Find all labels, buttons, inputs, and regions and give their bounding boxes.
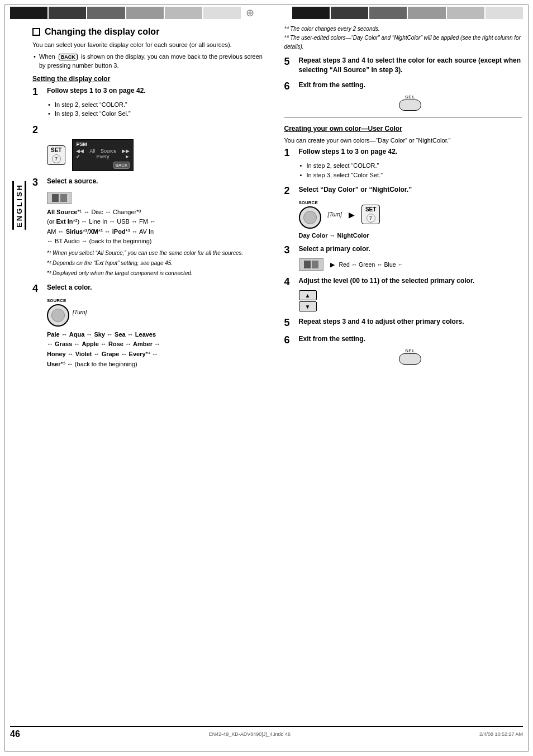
- sel-button-1[interactable]: SEL: [299, 94, 522, 111]
- cr-step-6-label: Exit from the setting.: [299, 334, 365, 344]
- color-bar-r4: [408, 7, 445, 19]
- sidebar-label: ENGLISH: [12, 181, 26, 230]
- cr-turn-label: [Turn]: [328, 211, 342, 218]
- step-1-number: 1: [32, 86, 44, 98]
- step-3-knob: [47, 192, 270, 204]
- psm-all: All: [89, 148, 95, 154]
- cr-step-2-controls: SOURCE [Turn] ▶ SET 7: [299, 200, 522, 229]
- right-step-5-header: 5 Repeat steps 3 and 4 to select the col…: [284, 56, 522, 75]
- footnote-1: *¹ When you select “All Source,” you can…: [47, 249, 270, 257]
- footer-file: EN42-49_KD-ADV8490[J]_4.indd 46: [209, 731, 291, 737]
- step-4-number: 4: [32, 283, 44, 295]
- bullet-back: When BACK is shown on the display, you c…: [32, 52, 270, 70]
- footnote-2: *² Depends on the “Ext Input” setting, s…: [47, 259, 270, 267]
- bottom-bar: 46 EN42-49_KD-ADV8490[J]_4.indd 46 2/4/0…: [10, 726, 523, 739]
- psm-arrow-right: ►: [125, 154, 130, 159]
- primary-sq-1: [304, 261, 311, 268]
- cr-step-5-number: 5: [284, 317, 296, 329]
- day-color-label: Day Color: [299, 232, 328, 239]
- color-bar-r2: [331, 7, 368, 19]
- cr-step-6: 6 Exit from the setting. SEL: [284, 334, 522, 365]
- primary-color-display: [299, 258, 323, 271]
- psm-next-icon: ▶▶: [122, 148, 130, 154]
- cr-source-label: SOURCE: [299, 200, 321, 205]
- cr-set-button[interactable]: SET 7: [361, 205, 380, 224]
- heading-box-icon: [32, 28, 40, 36]
- step-4-label: Select a color.: [47, 283, 92, 292]
- cr-step-1-header: 1 Follow steps 1 to 3 on page 42.: [284, 147, 522, 159]
- flow-all-source: All Source: [47, 209, 77, 215]
- step-3-flow: All Source*¹ ↔ Disc ↔ Changer*³ (or Ext …: [47, 207, 270, 247]
- sel-button-2[interactable]: SEL: [299, 348, 522, 365]
- color-bar-r3: [369, 7, 407, 19]
- main-heading-container: Changing the display color: [32, 27, 270, 37]
- psm-row: ◀◀ All Source ▶▶: [76, 148, 130, 154]
- create-body: You can create your own colors—“Day Colo…: [284, 136, 522, 145]
- step-3-number: 3: [32, 177, 44, 188]
- sub-heading: Setting the display color: [32, 75, 270, 83]
- source-knob[interactable]: [47, 304, 69, 327]
- cr-knob-inner: [303, 211, 317, 224]
- set-button-label: SET: [51, 147, 61, 153]
- sel-label-2: SEL: [405, 348, 416, 353]
- psm-row2: ✔ Every ►: [76, 154, 130, 159]
- cr-step-5: 5 Repeat steps 3 and 4 to adjust other p…: [284, 317, 522, 329]
- page-number: 46: [10, 729, 20, 739]
- color-bar-6: [203, 7, 241, 19]
- cr-step-4: 4 Adjust the level (00 to 11) of the sel…: [284, 276, 522, 311]
- left-column: Changing the display color You can selec…: [27, 25, 279, 375]
- color-bar-4: [126, 7, 164, 19]
- cr-step-5-header: 5 Repeat steps 3 and 4 to adjust other p…: [284, 317, 522, 329]
- set-button[interactable]: SET 7: [47, 145, 65, 165]
- source-display: [47, 192, 72, 204]
- step-3: 3 Select a source. All Source*¹ ↔ Disc ↔…: [32, 177, 270, 277]
- color-bar-r1: [292, 7, 330, 19]
- step-1-header: 1 Follow steps 1 to 3 on page 42.: [32, 86, 270, 98]
- cr-step-3: 3 Select a primary color. ▶ Red ↔ Green …: [284, 244, 522, 271]
- right-step-6: 6 Exit from the setting. SEL: [284, 81, 522, 111]
- cr-step-1-content: In step 2, select “COLOR.” In step 3, se…: [299, 161, 522, 179]
- bullet-back-before: When: [39, 53, 55, 60]
- cr-step-3-label: Select a primary color.: [299, 244, 370, 254]
- footnote-3: *³ Displayed only when the target compon…: [47, 269, 270, 277]
- primary-sq-2: [312, 261, 318, 268]
- color-bar-5: [165, 7, 202, 19]
- step-1-label: Follow steps 1 to 3 on page 42.: [47, 86, 146, 96]
- cr-step-4-number: 4: [284, 276, 296, 288]
- cr-set-button-num: 7: [367, 214, 375, 223]
- psm-display: PSM ◀◀ All Source ▶▶ ✔ Every ► BACK: [72, 139, 134, 171]
- set-button-num: 7: [52, 154, 61, 163]
- knob-inner: [51, 309, 65, 322]
- display-right: [60, 194, 67, 202]
- cr-step-3-number: 3: [284, 244, 296, 256]
- source-label-top: SOURCE: [47, 298, 69, 303]
- primary-color-arrow: ▶: [330, 261, 335, 268]
- color-bar-1: [10, 7, 47, 19]
- up-button[interactable]: ▲: [299, 290, 317, 300]
- down-button[interactable]: ▼: [299, 301, 317, 311]
- right-column: *⁴ The color changes every 2 seconds. *⁵…: [279, 25, 522, 375]
- step-1: 1 Follow steps 1 to 3 on page 42. In ste…: [32, 86, 270, 119]
- cr-step-1-number: 1: [284, 147, 296, 159]
- step-2-header: 2: [32, 124, 270, 136]
- color-bar-3: [87, 7, 125, 19]
- cr-step-6-number: 6: [284, 334, 296, 346]
- night-color-label: NightColor: [337, 232, 369, 239]
- psm-check: ✔: [76, 154, 80, 159]
- step-1-sub2: In step 3, select “Color Sel.”: [47, 109, 270, 119]
- cr-step-5-label: Repeat steps 3 and 4 to adjust other pri…: [299, 317, 464, 327]
- step-4-knob: SOURCE [Turn]: [47, 298, 270, 327]
- knob-outer: SOURCE: [47, 298, 69, 327]
- section-divider: [284, 117, 522, 118]
- turn-label: [Turn]: [73, 309, 87, 315]
- cr-step-2-label: Select “Day Color” or “NightColor.”: [299, 185, 412, 195]
- cr-step-4-label: Adjust the level (00 to 11) of the selec…: [299, 276, 475, 286]
- sel-oval-1: [399, 100, 421, 111]
- psm-title: PSM: [76, 141, 130, 147]
- cr-step-1: 1 Follow steps 1 to 3 on page 42. In ste…: [284, 147, 522, 179]
- sel-oval-2: [399, 353, 421, 365]
- day-night-flow: Day Color ↔ NightColor: [299, 232, 522, 239]
- cr-source-knob[interactable]: [299, 206, 321, 229]
- cr-step-2-header: 2 Select “Day Color” or “NightColor.”: [284, 185, 522, 197]
- back-btn-psm[interactable]: BACK: [113, 162, 130, 169]
